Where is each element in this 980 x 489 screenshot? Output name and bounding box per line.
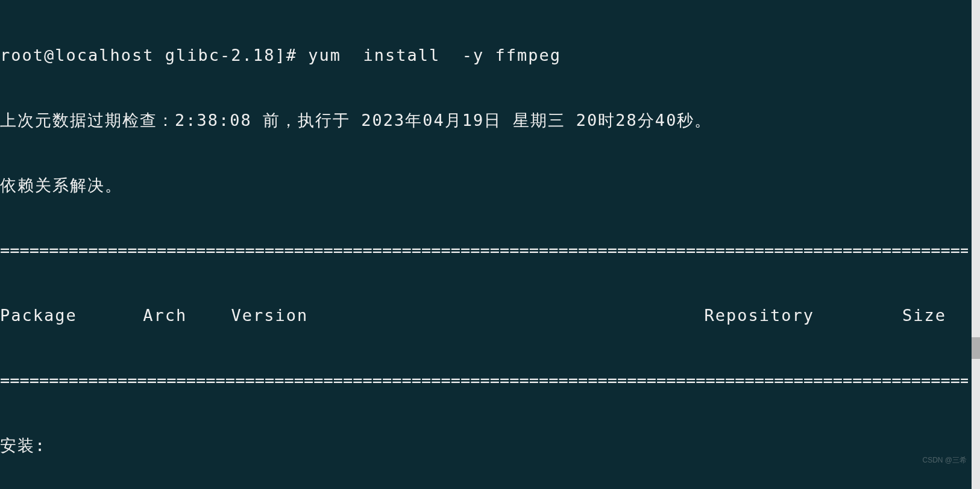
header-arch: Arch	[143, 306, 187, 325]
csdn-watermark: CSDN @三希	[922, 449, 967, 471]
header-package: Package	[0, 306, 77, 325]
metadata-cache-line: 上次元数据过期检查：2:38:08 前，执行于 2023年04月19日 星期三 …	[0, 110, 968, 131]
table-header: Package Arch Version Repository Size	[0, 305, 968, 326]
shell-command: yum install -y ffmpeg	[308, 46, 561, 64]
header-repo: Repository	[704, 306, 814, 325]
terminal-pane[interactable]: root@localhost glibc-2.18]# yum install …	[0, 0, 970, 489]
section-install: 安装:	[0, 435, 968, 456]
scroll-thumb[interactable]	[972, 337, 980, 359]
header-version: Version	[231, 306, 308, 325]
vertical-scrollbar[interactable]	[972, 0, 980, 489]
table-divider-top: ========================================…	[0, 240, 968, 261]
dep-resolved-line: 依赖关系解决。	[0, 175, 968, 196]
prompt-line: root@localhost glibc-2.18]# yum install …	[0, 45, 968, 66]
shell-prompt: root@localhost glibc-2.18]#	[0, 46, 297, 64]
header-size: Size	[902, 306, 946, 325]
table-divider-bottom: ========================================…	[0, 370, 968, 391]
